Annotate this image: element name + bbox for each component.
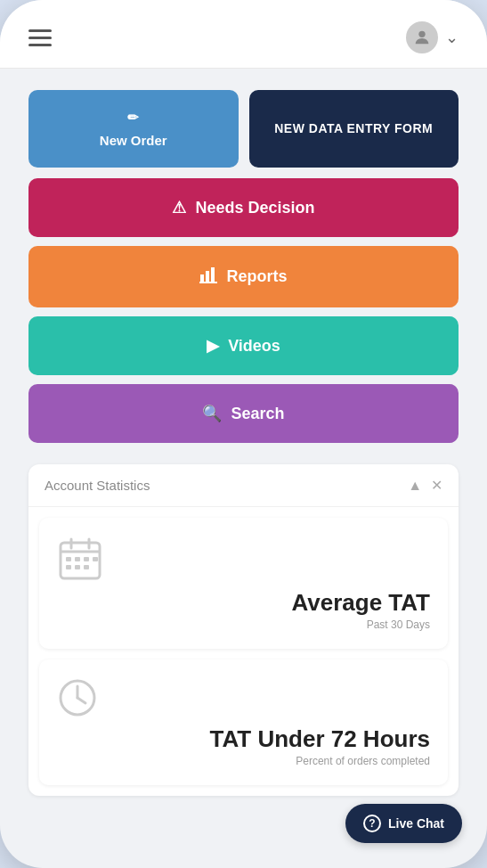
svg-line-18 xyxy=(77,698,85,703)
search-label: Search xyxy=(231,405,284,423)
svg-rect-9 xyxy=(66,557,71,561)
reports-button[interactable]: Reports xyxy=(28,246,459,307)
nav-buttons: ⚠ Needs Decision Reports ▶ Videos xyxy=(28,178,459,443)
svg-rect-10 xyxy=(75,557,80,561)
search-icon: 🔍 xyxy=(202,404,222,423)
calendar-icon xyxy=(57,536,103,582)
reports-label: Reports xyxy=(226,267,287,286)
calendar-icon-wrap xyxy=(57,536,430,582)
svg-rect-11 xyxy=(84,557,89,561)
stats-header: Account Statistics ▲ ✕ xyxy=(28,464,459,507)
new-data-entry-label: NEW DATA ENTRY FORM xyxy=(274,120,433,136)
new-order-label: New Order xyxy=(100,133,167,148)
live-chat-icon: ? xyxy=(363,815,381,832)
tat-72-label: Percent of orders completed xyxy=(57,755,430,767)
user-avatar xyxy=(406,21,438,53)
search-button[interactable]: 🔍 Search xyxy=(28,384,459,443)
tat-72-value: TAT Under 72 Hours xyxy=(57,725,430,753)
live-chat-button[interactable]: ? Live Chat xyxy=(345,804,462,843)
warning-icon: ⚠ xyxy=(172,198,186,217)
play-icon: ▶ xyxy=(207,336,219,356)
tat-under-72-card: TAT Under 72 Hours Percent of orders com… xyxy=(39,659,448,785)
collapse-stats-button[interactable]: ▲ xyxy=(408,477,422,494)
new-order-button[interactable]: ✏ New Order xyxy=(28,90,239,168)
needs-decision-button[interactable]: ⚠ Needs Decision xyxy=(28,178,459,237)
header-right: ⌄ xyxy=(406,21,459,53)
svg-rect-13 xyxy=(75,565,80,569)
phone-frame: ⌄ ✏ New Order NEW DATA ENTRY FORM ⚠ Need… xyxy=(0,0,487,868)
svg-rect-2 xyxy=(206,271,209,282)
svg-rect-14 xyxy=(84,565,89,569)
average-tat-label: Past 30 Days xyxy=(57,618,430,631)
svg-rect-15 xyxy=(93,557,98,561)
new-data-entry-button[interactable]: NEW DATA ENTRY FORM xyxy=(249,90,459,168)
svg-rect-4 xyxy=(199,282,217,283)
top-action-buttons: ✏ New Order NEW DATA ENTRY FORM xyxy=(28,90,459,168)
average-tat-card: Average TAT Past 30 Days xyxy=(39,518,448,649)
chevron-down-icon[interactable]: ⌄ xyxy=(445,28,459,47)
header: ⌄ xyxy=(0,0,487,69)
svg-rect-1 xyxy=(200,274,204,282)
videos-label: Videos xyxy=(228,337,280,356)
clock-icon-wrap xyxy=(57,677,430,718)
close-stats-button[interactable]: ✕ xyxy=(431,477,442,494)
edit-icon: ✏ xyxy=(127,110,139,126)
stats-controls: ▲ ✕ xyxy=(408,477,442,494)
live-chat-label: Live Chat xyxy=(388,816,444,831)
videos-button[interactable]: ▶ Videos xyxy=(28,316,459,375)
bar-chart-icon xyxy=(199,266,217,288)
svg-rect-3 xyxy=(211,267,215,282)
account-statistics-panel: Account Statistics ▲ ✕ xyxy=(28,464,459,796)
svg-point-0 xyxy=(418,31,425,37)
svg-rect-12 xyxy=(66,565,71,569)
main-content: ✏ New Order NEW DATA ENTRY FORM ⚠ Needs … xyxy=(0,69,487,865)
hamburger-menu-icon[interactable] xyxy=(28,29,52,46)
needs-decision-label: Needs Decision xyxy=(195,199,314,217)
clock-icon xyxy=(57,677,98,718)
average-tat-value: Average TAT xyxy=(57,589,430,617)
stats-title: Account Statistics xyxy=(45,478,150,493)
